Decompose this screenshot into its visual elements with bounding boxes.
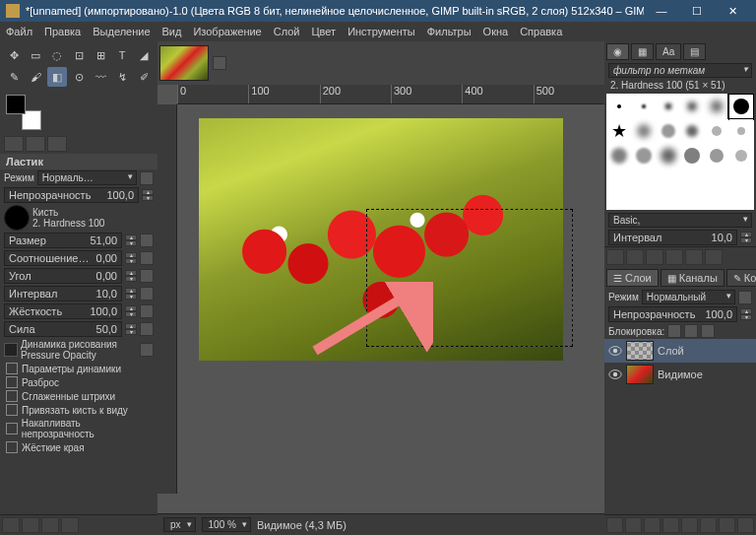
maximize-button[interactable]: ☐ — [679, 0, 715, 22]
lock-position-icon[interactable] — [684, 324, 698, 338]
layer-delete-icon[interactable] — [737, 517, 754, 533]
brush-spacing-field[interactable]: Интервал10,0 — [608, 230, 737, 245]
layer-mask-icon[interactable] — [719, 517, 735, 533]
menu-tools[interactable]: Инструменты — [347, 26, 415, 37]
mode-reset-icon[interactable] — [140, 171, 154, 185]
ratio-reset-icon[interactable] — [140, 251, 154, 265]
force-field[interactable]: Сила50,0 — [4, 321, 122, 337]
dynamics-value[interactable]: Pressure Opacity — [21, 350, 137, 361]
text-tool[interactable]: T — [112, 45, 132, 65]
angle-reset-icon[interactable] — [140, 269, 154, 283]
fg-bg-colors[interactable] — [6, 95, 41, 130]
brush-dup-icon[interactable] — [646, 249, 663, 265]
mode-dropdown[interactable]: Нормаль… — [37, 170, 137, 185]
opacity-field[interactable]: Непрозрачность100,0 — [4, 187, 139, 203]
check-lock-brush[interactable]: Привязать кисть к виду — [0, 403, 158, 417]
eye-icon[interactable] — [608, 368, 622, 380]
layer-merge-icon[interactable] — [700, 517, 717, 533]
move-tool[interactable]: ✥ — [4, 45, 24, 65]
picker-tool[interactable]: ✐ — [134, 67, 154, 87]
fonts-tab[interactable]: Aa — [656, 43, 681, 60]
brush-del-icon[interactable] — [665, 249, 683, 265]
brush-new-icon[interactable] — [626, 249, 644, 265]
ratio-field[interactable]: Соотношение…0,00 — [4, 250, 122, 266]
minimize-button[interactable]: — — [644, 0, 679, 22]
layer-row[interactable]: Слой — [604, 339, 756, 363]
menu-edit[interactable]: Правка — [44, 26, 81, 37]
dynamics-link-icon[interactable] — [140, 343, 154, 357]
brush-preview[interactable] — [4, 205, 30, 231]
layer-mode-switch-icon[interactable] — [738, 291, 752, 304]
check-hard-edges[interactable]: Жёсткие края — [0, 440, 158, 454]
clone-tool[interactable]: ⊙ — [69, 67, 89, 87]
menu-help[interactable]: Справка — [520, 26, 562, 37]
check-accumulate[interactable]: Накапливать непрозрачность — [0, 417, 158, 440]
check-dynamics-params[interactable]: Параметры динамики — [0, 362, 158, 375]
menu-file[interactable]: Файл — [6, 26, 32, 37]
layer-dup-icon[interactable] — [681, 517, 698, 533]
smudge-tool[interactable]: 〰 — [91, 67, 110, 87]
eraser-tool[interactable]: ◧ — [47, 67, 67, 87]
channels-tab[interactable]: ▦ Каналы — [661, 269, 724, 287]
brush-set-dropdown[interactable]: Basic, — [608, 213, 752, 228]
size-reset-icon[interactable] — [140, 234, 154, 247]
dock-tab-3[interactable] — [47, 136, 67, 152]
lock-alpha-icon[interactable] — [701, 324, 715, 338]
menu-image[interactable]: Изображение — [193, 26, 261, 37]
spacing-reset-icon[interactable] — [140, 287, 154, 301]
menu-select[interactable]: Выделение — [93, 26, 150, 37]
brush-grid[interactable]: ★ — [606, 94, 754, 210]
selection-marquee[interactable] — [366, 209, 573, 347]
brush-refresh-icon[interactable] — [685, 249, 703, 265]
free-select-tool[interactable]: ◌ — [47, 45, 67, 65]
zoom-dropdown[interactable]: 100 % — [202, 517, 251, 532]
menu-color[interactable]: Цвет — [311, 26, 336, 37]
delete-preset-icon[interactable] — [41, 517, 59, 533]
pencil-tool[interactable]: ✎ — [4, 67, 24, 87]
hardness-reset-icon[interactable] — [140, 304, 154, 318]
image-tab-thumb[interactable] — [159, 45, 209, 81]
opacity-down[interactable]: ▾ — [142, 195, 154, 201]
hardness-field[interactable]: Жёсткость100,0 — [4, 303, 122, 319]
menu-filters[interactable]: Фильтры — [427, 26, 472, 37]
check-smooth-strokes[interactable]: Сглаженные штрихи — [0, 389, 158, 403]
brushes-tab[interactable]: ◉ — [606, 43, 629, 60]
path-tool[interactable]: ↯ — [112, 67, 132, 87]
brush-tool[interactable]: 🖌 — [26, 67, 45, 87]
layer-group-icon[interactable] — [625, 517, 642, 533]
lock-pixels-icon[interactable] — [667, 324, 681, 338]
dock-tab-1[interactable] — [4, 136, 24, 152]
dynamics-icon[interactable] — [4, 343, 18, 357]
transform-tool[interactable]: ⊞ — [91, 45, 110, 65]
angle-field[interactable]: Угол0,00 — [4, 268, 122, 284]
brush-edit-icon[interactable] — [606, 249, 624, 265]
layer-name[interactable]: Видимое — [658, 368, 703, 380]
menu-layer[interactable]: Слой — [274, 26, 300, 37]
save-preset-icon[interactable] — [2, 517, 20, 533]
rect-select-tool[interactable]: ▭ — [26, 45, 45, 65]
spacing-field[interactable]: Интервал10,0 — [4, 286, 122, 301]
layer-opacity-field[interactable]: Непрозрачность100,0 — [608, 306, 737, 322]
paths-tab[interactable]: ✎ Контуры — [726, 269, 756, 287]
dock-tab-2[interactable] — [26, 136, 45, 152]
menu-windows[interactable]: Окна — [483, 26, 509, 37]
layer-mode-dropdown[interactable]: Нормальный — [642, 290, 735, 304]
patterns-tab[interactable]: ▦ — [631, 43, 654, 60]
fg-color[interactable] — [6, 95, 26, 114]
reset-preset-icon[interactable] — [61, 517, 79, 533]
layer-new-icon[interactable] — [606, 517, 623, 533]
size-field[interactable]: Размер51,00 — [4, 233, 122, 248]
brush-open-icon[interactable] — [705, 249, 723, 265]
ruler-vertical[interactable] — [158, 104, 177, 494]
unit-dropdown[interactable]: px — [163, 517, 196, 532]
menu-view[interactable]: Вид — [162, 26, 182, 37]
history-tab[interactable]: ▤ — [683, 43, 706, 60]
eye-icon[interactable] — [608, 345, 622, 357]
brush-name[interactable]: 2. Hardness 100 — [32, 218, 154, 229]
layer-row[interactable]: Видимое — [604, 363, 756, 386]
brush-filter[interactable]: фильтр по меткам — [608, 63, 752, 78]
crop-tool[interactable]: ⊡ — [69, 45, 89, 65]
close-button[interactable]: ✕ — [715, 0, 750, 22]
restore-preset-icon[interactable] — [22, 517, 39, 533]
layer-down-icon[interactable] — [662, 517, 679, 533]
